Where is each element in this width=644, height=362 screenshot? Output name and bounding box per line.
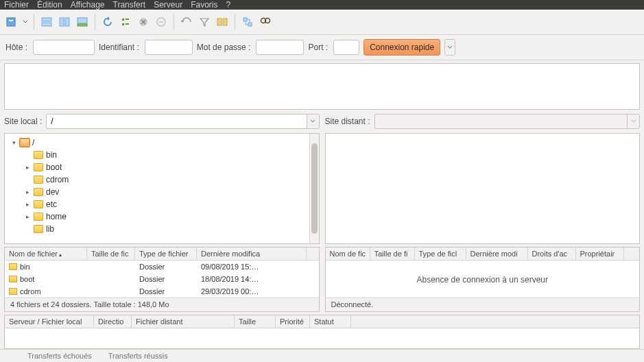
port-input[interactable] <box>333 40 359 55</box>
column-header[interactable]: Type de fichier <box>135 248 197 260</box>
menu-favoris[interactable]: Favoris <box>191 0 217 10</box>
menu-edition[interactable]: Édition <box>37 0 62 10</box>
tree-item[interactable]: cdrom <box>6 173 308 186</box>
scrollbar[interactable] <box>309 134 319 243</box>
compare-icon[interactable] <box>215 14 230 29</box>
expander-icon[interactable]: ▸ <box>24 213 31 220</box>
folder-icon <box>34 188 43 196</box>
local-path-combo[interactable] <box>46 114 319 129</box>
menu-serveur[interactable]: Serveur <box>154 0 182 10</box>
transfer-queue[interactable]: Serveur / Fichier localDirectioFichier d… <box>4 315 640 349</box>
quickconnect-button[interactable]: Connexion rapide <box>363 39 440 56</box>
tree-item[interactable]: ▸etc <box>6 198 308 210</box>
pass-input[interactable] <box>256 40 304 55</box>
tree-item[interactable]: ▾/ <box>6 136 308 149</box>
search-icon[interactable] <box>258 14 273 29</box>
user-label: Identifiant : <box>99 43 139 52</box>
column-header[interactable]: Dernière modifica <box>197 248 307 260</box>
column-header[interactable]: Statut <box>310 315 351 328</box>
tree-item[interactable]: ▸home <box>6 210 308 223</box>
list-item[interactable]: binDossier09/08/2019 15:… <box>5 261 319 273</box>
svg-rect-10 <box>217 19 222 25</box>
sort-asc-icon: ▴ <box>59 252 62 258</box>
local-tree[interactable]: ▾/bin▸bootcdrom▸dev▸etc▸homelib <box>4 133 320 244</box>
folder-icon <box>34 151 43 159</box>
folder-icon <box>34 213 43 221</box>
quickconnect-bar: Hôte : Identifiant : Mot de passe : Port… <box>0 35 644 60</box>
column-header[interactable]: Type de ficl <box>415 248 466 260</box>
remote-tree[interactable] <box>325 133 641 244</box>
column-header[interactable]: Taille <box>235 315 276 328</box>
toggle-log-icon[interactable] <box>39 14 54 29</box>
column-header[interactable]: Fichier distant <box>132 315 235 328</box>
tree-item[interactable]: lib <box>6 223 308 235</box>
sitemanager-dropdown-icon[interactable] <box>22 19 29 25</box>
footer-tabs: Transferts échoués Transferts réussis <box>0 349 644 362</box>
column-header[interactable]: Priorité <box>276 315 310 328</box>
tree-label: boot <box>46 162 62 172</box>
menu-affichage[interactable]: Affichage <box>71 0 105 10</box>
menu-help[interactable]: ? <box>226 0 231 10</box>
column-header[interactable]: Droits d'ac <box>528 248 576 260</box>
local-path-input[interactable] <box>47 114 306 128</box>
expander-icon[interactable]: ▸ <box>24 201 31 208</box>
tree-item[interactable]: bin <box>6 149 308 161</box>
folder-icon <box>34 225 43 233</box>
tree-label: / <box>32 138 34 147</box>
toolbar <box>0 10 644 35</box>
tab-queued[interactable] <box>5 351 16 361</box>
reconnect-icon[interactable] <box>179 14 194 29</box>
sync-browse-icon[interactable] <box>240 14 255 29</box>
folder-icon <box>34 176 43 184</box>
svg-rect-3 <box>42 23 51 26</box>
svg-rect-1 <box>9 20 13 21</box>
tab-failed[interactable]: Transferts échoués <box>22 351 97 361</box>
tab-success[interactable]: Transferts réussis <box>103 351 174 361</box>
svg-rect-12 <box>243 18 247 21</box>
chevron-down-icon[interactable] <box>307 114 319 128</box>
refresh-icon[interactable] <box>100 14 115 29</box>
user-input[interactable] <box>145 40 193 55</box>
column-header[interactable]: Taille de fi <box>370 248 415 260</box>
column-header[interactable]: Propriétair <box>576 248 624 260</box>
svg-rect-13 <box>248 23 252 26</box>
list-item[interactable]: bootDossier18/08/2019 14:… <box>5 273 319 285</box>
menu-transfert[interactable]: Transfert <box>113 0 146 10</box>
local-site-label: Site local : <box>4 117 42 126</box>
column-header[interactable]: Directio <box>94 315 132 328</box>
folder-icon <box>20 138 29 147</box>
tree-item[interactable]: ▸boot <box>6 161 308 173</box>
menubar: Fichier Édition Affichage Transfert Serv… <box>0 0 644 10</box>
tree-item[interactable]: ▸dev <box>6 186 308 198</box>
toggle-queue-icon[interactable] <box>75 14 90 29</box>
cancel-icon[interactable] <box>136 14 151 29</box>
host-label: Hôte : <box>5 43 27 52</box>
tree-label: bin <box>46 150 57 160</box>
remote-file-list[interactable]: Nom de ficTaille de fiType de ficlDerniè… <box>325 247 641 312</box>
column-header[interactable]: Taille de fic <box>87 248 135 260</box>
filter-icon[interactable] <box>197 14 212 29</box>
list-item[interactable]: cdromDossier29/03/2019 00:… <box>5 285 319 298</box>
tree-label: cdrom <box>46 175 69 184</box>
svg-rect-4 <box>60 18 64 26</box>
column-header[interactable]: Dernière modi <box>466 248 528 260</box>
disconnect-icon[interactable] <box>154 14 169 29</box>
menu-fichier[interactable]: Fichier <box>4 0 29 10</box>
process-queue-icon[interactable] <box>118 14 133 29</box>
quickconnect-history-icon[interactable] <box>444 39 455 56</box>
column-header[interactable]: Serveur / Fichier local <box>5 315 94 328</box>
sitemanager-icon[interactable] <box>4 14 19 29</box>
expander-icon[interactable]: ▾ <box>10 139 17 146</box>
remote-status: Déconnecté. <box>326 298 640 311</box>
host-input[interactable] <box>33 40 95 55</box>
expander-icon[interactable]: ▸ <box>24 189 31 195</box>
local-file-list[interactable]: Nom de fichier▴Taille de ficType de fich… <box>4 247 320 312</box>
toggle-tree-icon[interactable] <box>57 14 72 29</box>
column-header[interactable]: Nom de fic <box>326 248 370 260</box>
column-header[interactable]: Nom de fichier▴ <box>5 248 87 260</box>
svg-rect-2 <box>42 18 51 21</box>
remote-path-input <box>375 114 627 128</box>
pass-label: Mot de passe : <box>197 43 251 52</box>
expander-icon[interactable]: ▸ <box>24 164 31 171</box>
message-log[interactable] <box>4 63 640 110</box>
